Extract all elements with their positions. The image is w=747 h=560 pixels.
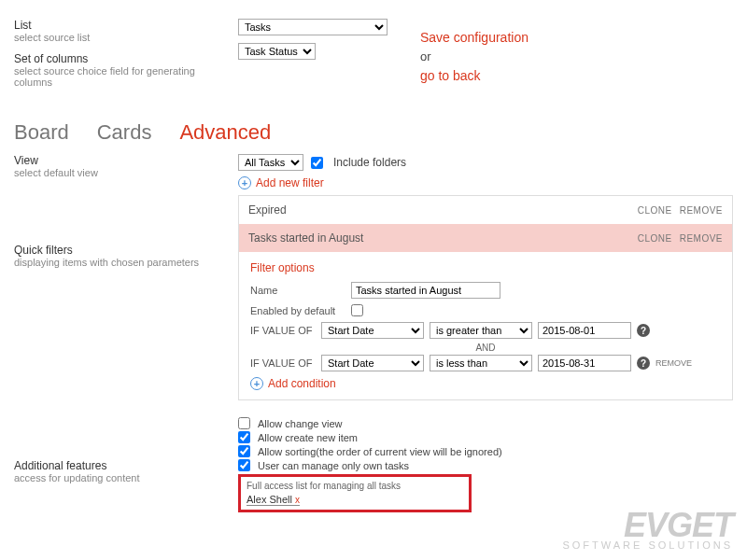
tab-advanced[interactable]: Advanced [179,120,271,145]
columns-sublabel: select source choice field for generatin… [14,65,219,88]
remove-condition-button[interactable]: REMOVE [655,358,692,368]
operator-select[interactable]: is greater than [430,322,532,339]
clone-button[interactable]: CLONE [638,205,672,216]
add-filter-button[interactable]: + Add new filter [238,176,733,189]
condition-row-1: IF VALUE OF Start Date is greater than ? [250,322,721,339]
value-input[interactable] [538,355,631,371]
value-input[interactable] [538,322,631,339]
field-select[interactable]: Start Date [321,322,424,339]
allow-change-label: Allow change view [258,418,343,429]
enabled-label: Enabled by default [250,305,344,316]
columns-select[interactable]: Task Status [238,43,316,60]
features-label: Additional features [14,459,219,472]
plus-icon: + [238,176,251,189]
list-select[interactable]: Tasks [238,19,388,35]
allow-sort-checkbox[interactable] [238,445,250,457]
columns-label: Set of columns [14,52,219,65]
and-label: AND [250,343,721,353]
view-sublabel: select default view [14,167,219,178]
features-sublabel: access for updating content [14,472,219,483]
filter-row-august[interactable]: Tasks started in August CLONE REMOVE [239,224,732,252]
plus-icon: + [250,377,263,390]
filter-options-title: Filter options [250,261,721,274]
view-label: View [14,154,219,167]
list-sublabel: select source list [14,32,219,43]
quickfilters-label: Quick filters [14,244,219,257]
tab-cards[interactable]: Cards [97,120,152,145]
tab-board[interactable]: Board [14,120,69,145]
allow-sort-label: Allow sorting(the order of current view … [258,446,502,457]
remove-button[interactable]: REMOVE [680,233,723,244]
view-select[interactable]: All Tasks [238,154,303,171]
save-config-link[interactable]: Save configuration [420,28,529,48]
filter-name-input[interactable] [351,282,500,299]
manage-own-checkbox[interactable] [238,459,250,471]
remove-user-icon[interactable]: x [295,495,300,505]
add-condition-button[interactable]: + Add condition [250,377,721,390]
include-folders-checkbox[interactable] [311,157,323,169]
clone-button[interactable]: CLONE [638,233,672,244]
filter-row-expired[interactable]: Expired CLONE REMOVE [239,196,732,224]
help-icon[interactable]: ? [637,357,650,370]
full-access-label: Full access list for managing all tasks [247,481,463,491]
operator-select[interactable]: is less than [430,355,532,371]
field-select[interactable]: Start Date [321,355,424,371]
full-access-highlight: Full access list for managing all tasks … [238,474,472,512]
help-icon[interactable]: ? [637,324,650,337]
enabled-checkbox[interactable] [351,304,363,316]
quickfilters-sublabel: displaying items with chosen parameters [14,257,219,268]
allow-create-checkbox[interactable] [238,431,250,443]
go-back-link[interactable]: go to back [420,66,529,86]
filters-panel: Expired CLONE REMOVE Tasks started in Au… [238,195,733,400]
name-label: Name [250,285,344,296]
or-text: or [420,48,529,66]
remove-button[interactable]: REMOVE [680,205,723,216]
list-label: List [14,19,219,32]
condition-row-2: IF VALUE OF Start Date is less than ? RE… [250,355,721,371]
include-folders-label: Include folders [333,156,406,169]
user-tag[interactable]: Alex Shellx [247,494,300,506]
allow-change-checkbox[interactable] [238,417,250,429]
filter-options-panel: Filter options Name Enabled by default I… [239,252,732,399]
allow-create-label: Allow create new item [258,432,358,443]
manage-own-label: User can manage only own tasks [258,460,409,471]
